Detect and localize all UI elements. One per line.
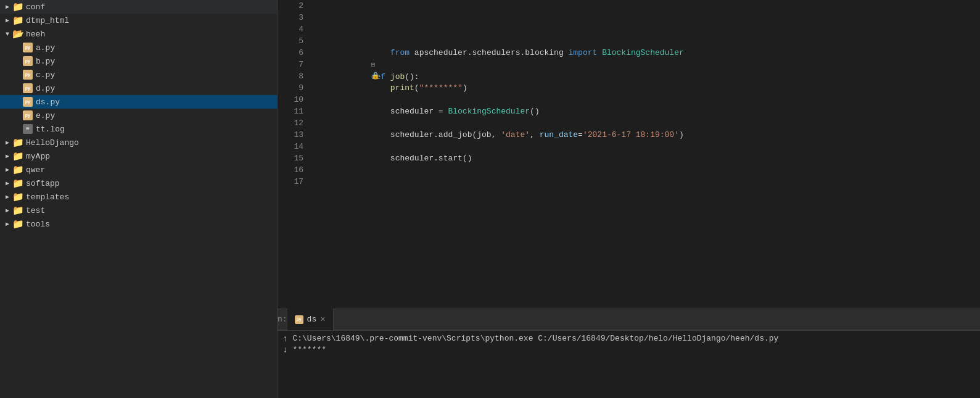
line-num-12: 12 (287, 117, 303, 129)
sidebar-item-c-py[interactable]: c.py (0, 68, 277, 81)
tab-prefix: n: (278, 315, 287, 324)
folder-icon: 📁 (12, 205, 23, 216)
code-line-17 (313, 176, 980, 188)
line-num-14: 14 (287, 141, 303, 152)
code-line-8 (313, 70, 980, 82)
code-line-16 (313, 164, 980, 176)
sidebar-item-e-py[interactable]: e.py (0, 109, 277, 122)
code-line-12 (313, 117, 980, 129)
line-num-11: 11 (287, 106, 303, 117)
log-file-icon (22, 123, 33, 135)
line-numbers: 2 3 4 5 6 7 8 9 10 11 12 13 14 15 16 17 (278, 0, 308, 309)
sidebar-item-tt-log[interactable]: tt.log (0, 122, 277, 136)
editor-area: 2 3 4 5 6 7 8 9 10 11 12 13 14 15 16 17 (278, 0, 980, 398)
line-num-3: 3 (287, 12, 303, 23)
tab-close-button[interactable]: × (320, 315, 325, 325)
terminal-down-arrow[interactable]: ↓ (282, 345, 287, 355)
chevron-right-icon: ▶ (2, 139, 12, 146)
py-file-icon (22, 96, 33, 107)
code-line-3 (313, 12, 980, 23)
editor-content[interactable]: 2 3 4 5 6 7 8 9 10 11 12 13 14 15 16 17 (278, 0, 980, 309)
sidebar-item-templates[interactable]: ▶ 📁 templates (0, 190, 277, 204)
sidebar-item-tools[interactable]: ▶ 📁 tools (0, 217, 277, 231)
terminal-line-2: ↓ ******* (278, 344, 980, 355)
chevron-right-icon: ▶ (2, 17, 12, 24)
sidebar-item-hellodj[interactable]: ▶ 📁 HelloDjango (0, 136, 277, 149)
sidebar-item-myapp[interactable]: ▶ 📁 myApp (0, 149, 277, 163)
code-line-2 (313, 0, 980, 12)
sidebar-item-label: e.py (36, 111, 55, 120)
terminal-up-arrow[interactable]: ↑ (282, 334, 287, 344)
chevron-right-icon: ▶ (2, 207, 12, 214)
line-num-17: 17 (287, 176, 303, 188)
code-line-13: scheduler.start() (313, 129, 980, 141)
sidebar-item-label: qwer (26, 165, 45, 175)
sidebar-item-d-py[interactable]: d.py (0, 81, 277, 95)
folder-icon: 📁 (12, 1, 23, 12)
sidebar: ▶ 📁 conf ▶ 📁 dtmp_html ▼ 📂 heeh (0, 0, 278, 398)
folder-icon: 📁 (12, 178, 23, 189)
code-line-14 (313, 141, 980, 152)
line-num-13: 13 (287, 129, 303, 141)
tab-label-ds: ds (307, 315, 317, 324)
sidebar-item-ds-py[interactable]: ds.py (0, 95, 277, 109)
sidebar-item-b-py[interactable]: b.py (0, 54, 277, 68)
code-lines: from apscheduler.schedulers.blocking imp… (308, 0, 980, 309)
terminal-command: C:\Users\16849\.pre-commit-venv\Scripts\… (292, 334, 778, 343)
chevron-right-icon: ▶ (2, 166, 12, 173)
py-file-icon (22, 69, 33, 80)
chevron-right-icon: ▶ (2, 3, 12, 10)
line-num-2: 2 (287, 0, 303, 12)
sidebar-item-label: tt.log (36, 125, 65, 134)
code-line-10 (313, 94, 980, 106)
line-num-8: 8 (287, 70, 303, 82)
terminal: ↑ C:\Users\16849\.pre-commit-venv\Script… (278, 330, 980, 398)
code-line-11: scheduler.add_job(job, 'date', run_date=… (313, 106, 980, 117)
folder-icon: 📁 (12, 137, 23, 148)
sidebar-item-label: ds.py (36, 97, 60, 107)
chevron-right-icon: ▶ (2, 220, 12, 228)
folder-open-icon: 📂 (12, 28, 23, 39)
sidebar-item-qwer[interactable]: ▶ 📁 qwer (0, 163, 277, 176)
chevron-right-icon: ▶ (2, 152, 12, 160)
terminal-line-1: ↑ C:\Users\16849\.pre-commit-venv\Script… (278, 333, 980, 344)
line-num-10: 10 (287, 94, 303, 106)
code-line-9: scheduler = BlockingScheduler() (313, 82, 980, 94)
sidebar-item-dtmp_html[interactable]: ▶ 📁 dtmp_html (0, 14, 277, 27)
chevron-down-icon: ▼ (2, 31, 12, 38)
code-line-4: from apscheduler.schedulers.blocking imp… (313, 23, 980, 35)
py-file-icon (22, 110, 33, 121)
py-file-icon (22, 42, 33, 53)
py-file-icon (22, 56, 33, 67)
sidebar-item-label: templates (26, 193, 69, 202)
sidebar-item-heeh[interactable]: ▼ 📂 heeh (0, 27, 277, 41)
folder-icon: 📁 (12, 15, 23, 26)
sidebar-item-label: softapp (26, 179, 60, 188)
sidebar-item-a-py[interactable]: a.py (0, 41, 277, 54)
line-num-16: 16 (287, 164, 303, 176)
sidebar-item-conf[interactable]: ▶ 📁 conf (0, 0, 277, 14)
tab-py-icon: py (295, 315, 303, 324)
line-num-4: 4 (287, 23, 303, 35)
line-num-9: 9 (287, 82, 303, 94)
py-file-icon (22, 83, 33, 94)
folder-purple-icon: 📁 (12, 191, 23, 202)
sidebar-item-test[interactable]: ▶ 📁 test (0, 204, 277, 217)
tab-ds[interactable]: py ds × (287, 309, 334, 330)
sidebar-item-label: conf (26, 2, 45, 12)
code-line-15 (313, 152, 980, 164)
sidebar-item-softapp[interactable]: ▶ 📁 softapp (0, 176, 277, 190)
tab-bar: n: py ds × (278, 309, 980, 330)
sidebar-item-label: myApp (26, 152, 50, 161)
sidebar-item-label: heeh (26, 30, 45, 39)
main-area: ▶ 📁 conf ▶ 📁 dtmp_html ▼ 📂 heeh (0, 0, 980, 398)
code-line-7: 🔒 print("*******") (313, 59, 980, 70)
chevron-right-icon: ▶ (2, 180, 12, 187)
code-line-5 (313, 35, 980, 47)
terminal-output: ******* (292, 345, 326, 354)
line-num-7: 7 (287, 59, 303, 70)
sidebar-item-label: HelloDjango (26, 138, 79, 147)
line-num-15: 15 (287, 152, 303, 164)
folder-icon: 📁 (12, 164, 23, 175)
code-line-6: ⊟ def job(): (313, 47, 980, 59)
